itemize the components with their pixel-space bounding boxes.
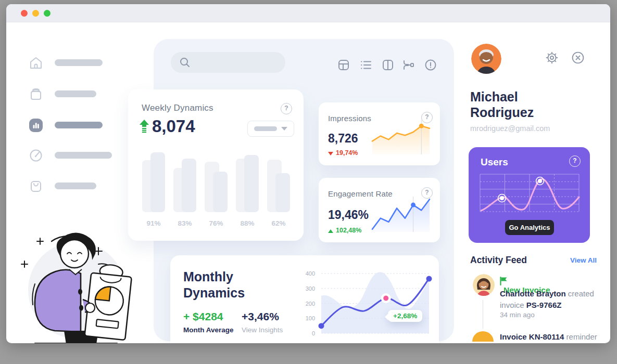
bar-chart-icon bbox=[29, 118, 43, 133]
titlebar bbox=[6, 4, 610, 22]
zoom-window-button[interactable] bbox=[44, 10, 51, 17]
bar-group bbox=[205, 152, 228, 212]
home-icon bbox=[29, 56, 43, 70]
users-wave-chart bbox=[480, 174, 579, 212]
impressions-value: 8,726 bbox=[328, 132, 358, 146]
bar-label: 88% bbox=[236, 219, 259, 227]
weekly-bar-chart bbox=[142, 152, 290, 212]
sidebar-item-performance[interactable] bbox=[29, 148, 133, 163]
sidebar-item-orders[interactable] bbox=[29, 179, 133, 193]
feed-item-text[interactable]: Charlotte Brayton created invoice PS-976… bbox=[500, 288, 600, 311]
app-window: Weekly Dynamics ? 8,074 91% 83% 76% 88% … bbox=[6, 4, 610, 343]
card-title: Users bbox=[481, 157, 508, 168]
monthly-percent: +3,46% bbox=[242, 310, 279, 323]
view-insights-link[interactable]: View Insights bbox=[242, 326, 283, 334]
minimize-window-button[interactable] bbox=[32, 10, 39, 17]
bar-group bbox=[236, 152, 259, 212]
activity-feed-title: Activity Feed bbox=[470, 255, 527, 266]
impressions-mini-chart bbox=[371, 120, 431, 154]
bar-group bbox=[142, 152, 165, 212]
bar-label: 91% bbox=[142, 219, 165, 227]
impressions-change: 19,74% bbox=[328, 148, 358, 158]
monthly-chart-svg bbox=[321, 274, 429, 333]
user-name: Michael Rodriguez bbox=[470, 89, 534, 120]
bar bbox=[182, 159, 196, 213]
view-all-link[interactable]: View All bbox=[570, 256, 597, 264]
bar bbox=[275, 173, 290, 212]
bar-label: 76% bbox=[205, 219, 228, 227]
shopping-bag-icon bbox=[29, 179, 43, 193]
card-title: Weekly Dynamics bbox=[142, 103, 213, 113]
bar bbox=[213, 172, 228, 212]
period-dropdown[interactable] bbox=[247, 121, 294, 137]
impressions-card: Impressions ? 8,726 19,74% bbox=[319, 102, 440, 165]
monthly-y-axis: 400 300 200 100 0 bbox=[299, 255, 315, 343]
bar-group bbox=[173, 152, 196, 212]
monthly-amount: + $4284 bbox=[183, 310, 223, 323]
gauge-icon bbox=[29, 148, 43, 163]
feed-avatar[interactable] bbox=[473, 274, 495, 296]
weekly-value: 8,074 bbox=[152, 116, 195, 136]
card-title: Monthly Dynamics bbox=[183, 269, 245, 301]
engagement-value: 19,46% bbox=[328, 208, 369, 222]
columns-icon[interactable] bbox=[382, 59, 394, 71]
illustration-person-with-chart bbox=[19, 222, 134, 343]
feed-avatar-partial[interactable] bbox=[472, 331, 494, 342]
feed-item-text[interactable]: Invoice KN-80114 reminder bbox=[500, 331, 604, 343]
grid-layout-icon[interactable] bbox=[337, 59, 350, 71]
engagement-change: 102,48% bbox=[328, 226, 361, 235]
card-title: Impressions bbox=[328, 114, 371, 123]
monthly-dynamics-card: Monthly Dynamics + $4284 Month Average +… bbox=[170, 255, 439, 343]
user-email: mrodriguez@gmail.com bbox=[470, 124, 550, 133]
users-card: Users ? Go Analytics bbox=[469, 147, 590, 243]
bar bbox=[244, 155, 259, 212]
sidebar-item-analytics[interactable] bbox=[29, 118, 133, 133]
close-circle-icon[interactable] bbox=[571, 51, 585, 64]
bar-label: 83% bbox=[173, 219, 196, 227]
alert-circle-icon[interactable] bbox=[424, 59, 437, 71]
trend-up-icon bbox=[328, 229, 333, 233]
search-input[interactable] bbox=[195, 52, 280, 74]
trend-down-icon bbox=[328, 152, 333, 155]
bar-group bbox=[267, 152, 290, 212]
flag-icon bbox=[500, 277, 550, 285]
chevron-down-icon bbox=[281, 127, 287, 131]
help-icon[interactable]: ? bbox=[569, 155, 581, 167]
engagement-card: Engagement Rate ? 19,46% 102,48% bbox=[319, 178, 440, 242]
trend-up-arrow-icon bbox=[140, 120, 149, 133]
go-analytics-button[interactable]: Go Analytics bbox=[505, 220, 554, 235]
help-icon[interactable]: ? bbox=[281, 103, 292, 114]
search-icon bbox=[179, 57, 191, 68]
archive-box-icon bbox=[29, 87, 43, 101]
monthly-amount-label: Month Average bbox=[183, 326, 234, 334]
sidebar-item-home[interactable] bbox=[29, 56, 133, 70]
settings-gear-icon[interactable] bbox=[545, 51, 559, 64]
sidebar-item-archive[interactable] bbox=[29, 87, 133, 101]
user-avatar[interactable] bbox=[471, 44, 501, 74]
engagement-mini-chart bbox=[371, 197, 431, 232]
chart-tooltip: +2,68% bbox=[388, 310, 422, 322]
feed-item-time: 34 min ago bbox=[500, 311, 535, 319]
monthly-chart: Jul Aug Sep Oct Nov Dec +2,68% bbox=[321, 274, 429, 333]
feed-connector-line bbox=[483, 300, 483, 329]
monthly-area-fill bbox=[321, 272, 429, 333]
flow-icon[interactable] bbox=[402, 59, 415, 71]
search-box[interactable] bbox=[171, 52, 285, 73]
bar bbox=[150, 152, 165, 212]
list-icon[interactable] bbox=[360, 59, 372, 71]
bar-label: 62% bbox=[267, 219, 290, 227]
users-wave-line bbox=[481, 179, 579, 211]
weekly-dynamics-card: Weekly Dynamics ? 8,074 91% 83% 76% 88% … bbox=[128, 89, 304, 241]
close-window-button[interactable] bbox=[21, 10, 28, 17]
